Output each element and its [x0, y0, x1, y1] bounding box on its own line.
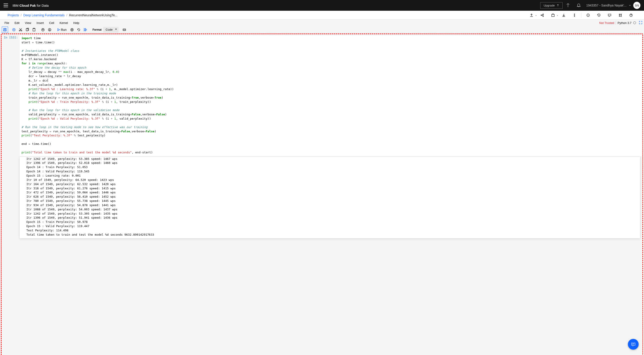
- svg-rect-25: [72, 29, 72, 30]
- move-up-button[interactable]: [40, 26, 46, 33]
- comments-icon[interactable]: [607, 13, 612, 18]
- restart-button[interactable]: [76, 26, 82, 33]
- breadcrumb-current: RecurrentNeuralNetworkUsingTe...: [69, 14, 118, 17]
- svg-point-1: [543, 14, 544, 15]
- notebook-menu: File Edit View Insert Cell Kernel Help N…: [0, 20, 644, 26]
- kernel-indicator[interactable]: Python 3.7: [616, 21, 638, 24]
- expand-icon[interactable]: [639, 21, 642, 25]
- breadcrumb-sep: /: [66, 14, 67, 17]
- data-icon[interactable]: [566, 3, 570, 8]
- move-down-button[interactable]: [46, 26, 53, 33]
- svg-point-0: [541, 15, 542, 16]
- command-palette-button[interactable]: [121, 26, 128, 33]
- code-cell[interactable]: In [53]: import time start = time.time()…: [2, 35, 642, 156]
- copy-button[interactable]: [24, 26, 30, 33]
- svg-point-10: [619, 16, 620, 16]
- chat-fab-button[interactable]: [628, 339, 639, 350]
- code-editor[interactable]: import time start = time.time() # Instan…: [20, 35, 642, 156]
- cell-type-select[interactable]: Code: [103, 27, 118, 33]
- upgrade-button[interactable]: Upgrade: [540, 2, 562, 9]
- download-icon[interactable]: [562, 13, 566, 18]
- menu-edit[interactable]: Edit: [12, 20, 22, 26]
- output-text: Itr 1242 of 1549, perplexity: 53.385 spe…: [20, 157, 640, 238]
- avatar[interactable]: SN: [633, 2, 640, 9]
- share-icon[interactable]: [540, 13, 544, 18]
- svg-point-9: [621, 14, 622, 14]
- svg-rect-14: [4, 28, 6, 29]
- breadcrumb-project[interactable]: Deep Learning Fundamentals: [23, 14, 64, 17]
- menu-file[interactable]: File: [2, 20, 12, 26]
- jobs-chevron[interactable]: ⌄: [556, 14, 558, 16]
- svg-point-11: [621, 16, 622, 16]
- trust-indicator[interactable]: Not Trusted: [599, 21, 616, 24]
- chevron-down-icon: [629, 4, 631, 6]
- run-button[interactable]: Run: [56, 26, 68, 33]
- restart-run-all-button[interactable]: [82, 26, 88, 33]
- save-button[interactable]: [2, 26, 8, 33]
- breadcrumb-sep: /: [21, 14, 22, 17]
- menu-kernel[interactable]: Kernel: [57, 20, 71, 26]
- svg-point-5: [574, 15, 575, 16]
- menu-cell[interactable]: Cell: [46, 20, 57, 26]
- history-icon[interactable]: [596, 13, 601, 18]
- publish-chevron[interactable]: ⌄: [535, 14, 537, 16]
- overflow-menu-icon[interactable]: [572, 13, 577, 18]
- svg-rect-3: [552, 14, 554, 16]
- format-label: Format: [92, 28, 102, 31]
- svg-rect-19: [26, 28, 28, 31]
- menu-help[interactable]: Help: [71, 20, 82, 26]
- upgrade-arrow-icon: [556, 4, 559, 7]
- menu-insert[interactable]: Insert: [34, 20, 46, 26]
- interrupt-button[interactable]: [69, 26, 75, 33]
- paste-button[interactable]: [31, 26, 37, 33]
- app-header: IBM Cloud Pak for Data Upgrade 1943357 -…: [0, 0, 644, 11]
- svg-point-2: [543, 16, 544, 16]
- svg-point-24: [71, 28, 73, 31]
- publish-icon[interactable]: [529, 13, 534, 18]
- hamburger-menu-icon[interactable]: [4, 4, 8, 7]
- input-prompt: In [53]:: [2, 35, 20, 156]
- svg-rect-20: [33, 28, 35, 31]
- svg-point-8: [619, 14, 620, 14]
- flow-icon[interactable]: [618, 13, 622, 18]
- jobs-icon[interactable]: [551, 13, 555, 18]
- svg-point-6: [574, 16, 575, 16]
- user-menu[interactable]: 1943357 - Sandhya Nayak'...: [586, 4, 631, 7]
- breadcrumb-bar: Projects / Deep Learning Fundamentals / …: [0, 11, 644, 20]
- breadcrumb-projects[interactable]: Projects: [8, 14, 19, 17]
- notebook-toolbar: Run Format Code: [0, 26, 644, 34]
- notebook-body[interactable]: In [53]: import time start = time.time()…: [0, 34, 644, 355]
- insert-cell-button[interactable]: [11, 26, 17, 33]
- help-icon[interactable]: [629, 13, 633, 18]
- svg-rect-15: [4, 30, 6, 31]
- cut-button[interactable]: [18, 26, 24, 33]
- menu-view[interactable]: View: [22, 20, 34, 26]
- brand-label: IBM Cloud Pak for Data: [12, 4, 49, 8]
- notifications-icon[interactable]: [576, 3, 581, 8]
- svg-point-4: [574, 14, 575, 14]
- cell-output: Itr 1242 of 1549, perplexity: 53.385 spe…: [2, 156, 642, 238]
- kernel-status-icon: [633, 22, 636, 24]
- info-icon[interactable]: [586, 13, 590, 18]
